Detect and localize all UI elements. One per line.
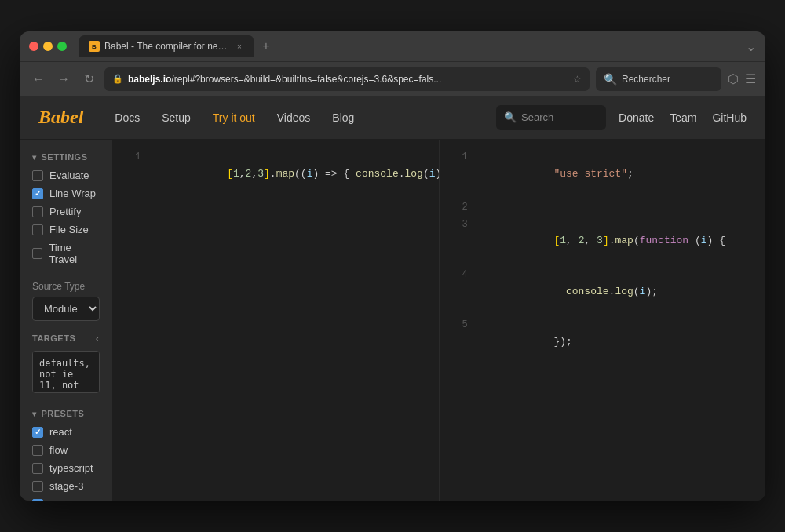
output-line-3: 3 [1, 2, 3].map(function (i) {	[440, 217, 765, 267]
nav-links: Docs Setup Try it out Videos Blog	[115, 111, 496, 124]
stage2-preset-option[interactable]: stage-2	[32, 498, 100, 501]
nav-link-docs[interactable]: Docs	[115, 111, 140, 124]
flow-preset-option[interactable]: flow	[32, 444, 100, 456]
targets-collapse-icon[interactable]: ‹	[96, 332, 100, 344]
source-type-label: Source Type	[32, 281, 100, 292]
browser-actions: ⬡ ☰	[728, 71, 756, 86]
flow-preset-checkbox[interactable]	[32, 445, 43, 456]
file-size-checkbox[interactable]	[32, 224, 43, 235]
prettify-option[interactable]: Prettify	[32, 206, 100, 217]
babel-logo: Babel	[38, 107, 83, 128]
new-tab-button[interactable]: +	[257, 37, 276, 56]
file-size-option[interactable]: File Size	[32, 224, 100, 235]
stage3-preset-option[interactable]: stage-3	[32, 480, 100, 492]
lock-icon: 🔒	[112, 74, 123, 84]
flow-preset-label: flow	[49, 444, 68, 456]
targets-label: TARGETS	[32, 333, 75, 343]
input-panel[interactable]: 1 [1,2,3].map((i) => { console.log(i) })	[113, 140, 440, 501]
line-wrap-option[interactable]: Line Wrap	[32, 188, 100, 199]
react-preset-option[interactable]: react	[32, 426, 100, 438]
output-line-1: 1 "use strict";	[440, 149, 765, 199]
fullscreen-button[interactable]	[57, 42, 67, 51]
browser-window: B Babel - The compiler for next ge... × …	[20, 31, 765, 501]
stage3-preset-label: stage-3	[49, 480, 83, 492]
bookmark-icon[interactable]: ☆	[573, 74, 582, 85]
line-number-5: 5	[449, 318, 468, 366]
main-content: ▾ SETTINGS Evaluate Line Wrap Prettify F…	[20, 140, 765, 501]
evaluate-option[interactable]: Evaluate	[32, 169, 100, 181]
settings-label: SETTINGS	[42, 152, 88, 162]
line-wrap-checkbox[interactable]	[32, 188, 43, 199]
line-content: [1,2,3].map((i) => { console.log(i) })	[154, 150, 440, 199]
prettify-checkbox[interactable]	[32, 206, 43, 217]
line-number: 1	[122, 150, 141, 199]
typescript-preset-option[interactable]: typescript	[32, 462, 100, 474]
active-tab[interactable]: B Babel - The compiler for next ge... ×	[79, 35, 254, 57]
search-icon: 🔍	[504, 111, 517, 123]
stage2-preset-checkbox[interactable]	[32, 499, 43, 501]
prettify-label: Prettify	[49, 206, 81, 217]
url-display: babeljs.io/repl#?browsers=&build=&builtI…	[128, 74, 441, 85]
output-line-4: 4 console.log(i);	[440, 267, 765, 317]
team-link[interactable]: Team	[670, 111, 696, 124]
evaluate-label: Evaluate	[49, 169, 89, 181]
source-type-select[interactable]: Module	[32, 297, 100, 321]
nav-link-videos[interactable]: Videos	[277, 111, 311, 124]
traffic-lights	[29, 42, 67, 51]
code-panels: 1 [1,2,3].map((i) => { console.log(i) })…	[113, 140, 766, 501]
nav-actions: Donate Team GitHub	[619, 111, 747, 124]
close-button[interactable]	[29, 42, 38, 51]
donate-link[interactable]: Donate	[619, 111, 654, 124]
presets-chevron-icon[interactable]: ▾	[32, 410, 37, 418]
output-content-3: [1, 2, 3].map(function (i) {	[480, 217, 725, 266]
file-size-label: File Size	[49, 224, 89, 235]
react-preset-checkbox[interactable]	[32, 427, 43, 438]
stage2-preset-label: stage-2	[49, 498, 83, 501]
extensions-icon[interactable]: ⬡	[728, 71, 739, 86]
minimize-button[interactable]	[43, 42, 53, 51]
browser-search-text: Rechercher	[622, 74, 670, 85]
tab-title: Babel - The compiler for next ge...	[104, 41, 230, 52]
settings-chevron-icon[interactable]: ▾	[32, 153, 37, 162]
tab-close-icon[interactable]: ×	[235, 42, 244, 51]
targets-section: TARGETS ‹ defaults, not ie 11, not ie_mo…	[32, 332, 100, 396]
output-line-2: 2	[440, 199, 765, 216]
typescript-preset-checkbox[interactable]	[32, 463, 43, 474]
typescript-preset-label: typescript	[49, 462, 93, 474]
output-content-5: });	[480, 318, 572, 366]
search-placeholder: Search	[521, 111, 553, 123]
menu-icon[interactable]: ☰	[745, 71, 756, 86]
time-travel-checkbox[interactable]	[32, 248, 42, 259]
browser-toolbar: ← → ↻ 🔒 babeljs.io/repl#?browsers=&build…	[20, 61, 765, 96]
time-travel-option[interactable]: Time Travel	[32, 242, 100, 265]
browser-search-bar[interactable]: 🔍 Rechercher	[596, 67, 721, 91]
nav-link-setup[interactable]: Setup	[162, 111, 191, 124]
evaluate-checkbox[interactable]	[32, 170, 43, 181]
time-travel-label: Time Travel	[49, 242, 99, 265]
input-line-1: 1 [1,2,3].map((i) => { console.log(i) })	[113, 149, 439, 199]
line-number-1: 1	[449, 150, 468, 199]
address-bar[interactable]: 🔒 babeljs.io/repl#?browsers=&build=&buil…	[104, 67, 590, 91]
line-number-2: 2	[449, 200, 468, 215]
search-icon: 🔍	[604, 73, 617, 86]
titlebar: B Babel - The compiler for next ge... × …	[20, 31, 765, 61]
refresh-button[interactable]: ↻	[79, 70, 98, 89]
nav-link-blog[interactable]: Blog	[332, 111, 354, 124]
react-preset-label: react	[49, 426, 72, 438]
nav-search[interactable]: 🔍 Search	[496, 105, 606, 130]
nav-link-try[interactable]: Try it out	[213, 111, 255, 124]
tab-area: B Babel - The compiler for next ge... × …	[79, 35, 739, 57]
output-line-5: 5 });	[440, 317, 765, 367]
output-panel: 1 "use strict"; 2 3 [1, 2, 3].map(functi…	[440, 140, 765, 501]
stage3-preset-checkbox[interactable]	[32, 481, 43, 492]
github-link[interactable]: GitHub	[712, 111, 747, 124]
navbar: Babel Docs Setup Try it out Videos Blog …	[20, 96, 765, 140]
presets-label: PRESETS	[42, 409, 85, 418]
forward-button[interactable]: →	[54, 70, 73, 89]
presets-section-header: ▾ PRESETS	[32, 409, 100, 418]
targets-input[interactable]: defaults, not ie 11, not ie_mob 11	[32, 351, 100, 393]
line-number-3: 3	[449, 217, 468, 266]
line-number-4: 4	[449, 268, 468, 316]
back-button[interactable]: ←	[29, 70, 48, 89]
chevron-down-icon: ⌄	[746, 39, 756, 54]
